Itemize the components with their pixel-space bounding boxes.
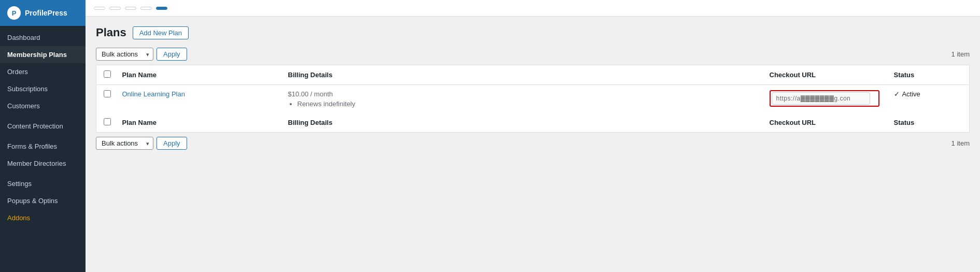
status-badge: ✓ Active — [894, 90, 920, 98]
page-title: Plans — [96, 26, 126, 39]
tfoot-checkbox — [96, 113, 115, 133]
sidebar-item-forms-profiles[interactable]: Forms & Profiles — [0, 138, 86, 155]
add-new-plan-button[interactable]: Add New Plan — [133, 26, 189, 39]
th-status: Status — [887, 65, 970, 85]
sidebar-item-popups-optins[interactable]: Popups & Optins — [0, 192, 86, 209]
sidebar-item-dashboard[interactable]: Dashboard — [0, 29, 86, 46]
sidebar-item-content-protection[interactable]: Content Protection — [0, 118, 86, 135]
checkout-url-input[interactable] — [772, 92, 870, 105]
topbar-tab-3[interactable] — [125, 7, 136, 10]
table-row: Online Learning Plan $10.00 / month Rene… — [96, 85, 970, 113]
billing-price: $10.00 / month — [288, 90, 755, 98]
topbar-tab-5[interactable] — [156, 7, 167, 10]
sidebar-item-membership-plans[interactable]: Membership Plans — [0, 46, 86, 63]
apply-button-bottom[interactable]: Apply — [157, 137, 187, 150]
topbar-tab-1[interactable] — [94, 7, 105, 10]
th-plan-name: Plan Name — [115, 65, 281, 85]
checkout-url-box — [770, 90, 879, 107]
row-checkbox[interactable] — [104, 90, 111, 97]
topbar-tab-2[interactable] — [109, 7, 121, 10]
tfoot-billing: Billing Details — [281, 113, 762, 133]
sidebar-nav: Dashboard Membership Plans Orders Subscr… — [0, 26, 86, 226]
sidebar-item-settings[interactable]: Settings — [0, 175, 86, 192]
main-content: Plans Add New Plan Bulk actions Apply 1 … — [86, 0, 980, 272]
top-bar — [86, 0, 980, 17]
row-checkbox-cell — [96, 85, 115, 113]
row-checkout-cell — [762, 85, 887, 113]
sidebar-item-member-directories[interactable]: Member Directories — [0, 155, 86, 172]
row-status-cell: ✓ Active — [887, 85, 970, 113]
status-check-icon: ✓ — [894, 90, 900, 98]
content-area: Plans Add New Plan Bulk actions Apply 1 … — [86, 17, 980, 159]
sidebar: P ProfilePress Dashboard Membership Plan… — [0, 0, 86, 272]
select-all-checkbox[interactable] — [104, 70, 111, 78]
sidebar-logo[interactable]: P ProfilePress — [0, 0, 86, 26]
table-footer-row: Plan Name Billing Details Checkout URL S… — [96, 113, 970, 133]
row-billing-cell: $10.00 / month Renews indefinitely — [281, 85, 762, 113]
th-checkbox — [96, 65, 115, 85]
status-text: Active — [902, 90, 920, 98]
item-count-top: 1 item — [951, 50, 970, 58]
sidebar-item-addons[interactable]: Addons — [0, 209, 86, 226]
sidebar-item-customers[interactable]: Customers — [0, 97, 86, 114]
bulk-actions-wrapper-top: Bulk actions — [96, 48, 153, 61]
tfoot-plan-name: Plan Name — [115, 113, 281, 133]
sidebar-item-subscriptions[interactable]: Subscriptions — [0, 80, 86, 97]
billing-renew-item: Renews indefinitely — [297, 100, 755, 108]
top-toolbar: Bulk actions Apply 1 item — [96, 48, 970, 61]
logo-text: ProfilePress — [25, 9, 67, 17]
bulk-actions-wrapper-bottom: Bulk actions — [96, 137, 153, 150]
bottom-toolbar: Bulk actions Apply 1 item — [96, 137, 970, 150]
logo-icon: P — [7, 6, 21, 20]
tfoot-checkout: Checkout URL — [762, 113, 887, 133]
th-billing-details: Billing Details — [281, 65, 762, 85]
sidebar-item-orders[interactable]: Orders — [0, 63, 86, 80]
tfoot-status: Status — [887, 113, 970, 133]
select-all-checkbox-bottom[interactable] — [104, 118, 111, 125]
row-plan-name-cell: Online Learning Plan — [115, 85, 281, 113]
page-header: Plans Add New Plan — [96, 26, 970, 39]
table-header-row: Plan Name Billing Details Checkout URL S… — [96, 65, 970, 85]
topbar-tab-4[interactable] — [140, 7, 152, 10]
apply-button-top[interactable]: Apply — [157, 48, 187, 61]
bulk-actions-select-bottom[interactable]: Bulk actions — [96, 137, 153, 150]
th-checkout-url: Checkout URL — [762, 65, 887, 85]
plans-table: Plan Name Billing Details Checkout URL S… — [96, 65, 970, 133]
billing-renew-list: Renews indefinitely — [297, 100, 755, 108]
plan-name-link[interactable]: Online Learning Plan — [122, 90, 185, 98]
item-count-bottom: 1 item — [951, 139, 970, 147]
bulk-actions-select-top[interactable]: Bulk actions — [96, 48, 153, 61]
